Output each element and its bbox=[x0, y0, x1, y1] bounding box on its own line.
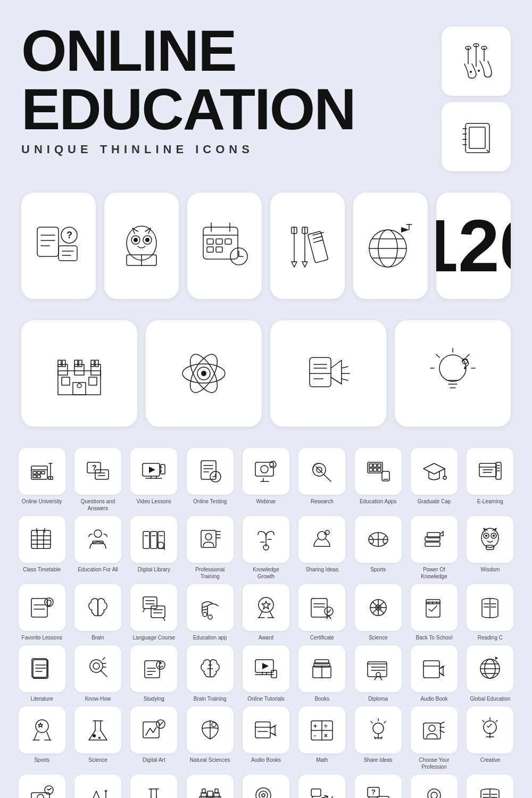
icon-box bbox=[467, 645, 513, 692]
icon-label: Share Ideas bbox=[364, 757, 393, 763]
pencils-ruler-icon bbox=[278, 217, 337, 275]
svg-point-301 bbox=[93, 734, 96, 737]
svg-rect-102 bbox=[41, 471, 45, 474]
icon-label: Education For All bbox=[78, 566, 118, 573]
icon-label: Class Timetable bbox=[23, 566, 61, 573]
icon-box bbox=[298, 645, 345, 692]
icon-box bbox=[467, 775, 513, 798]
svg-rect-144 bbox=[378, 468, 381, 471]
icon-item-chemistry: Chemistry bbox=[128, 775, 180, 798]
icon-item-class-timetable: Class Timetable bbox=[16, 516, 68, 580]
svg-point-97 bbox=[464, 367, 466, 369]
svg-rect-158 bbox=[31, 530, 51, 548]
svg-text:?: ? bbox=[371, 788, 376, 796]
icon-label: Diploma bbox=[368, 695, 388, 702]
question-doc-icon: ? bbox=[29, 217, 88, 275]
large-icon-question: ? bbox=[21, 193, 96, 299]
svg-marker-292 bbox=[495, 656, 498, 660]
icon-item-project-management: Project Management bbox=[16, 775, 68, 798]
svg-text:?: ? bbox=[66, 230, 72, 240]
svg-point-166 bbox=[94, 530, 102, 537]
svg-point-185 bbox=[325, 530, 329, 535]
icon-box: ? bbox=[355, 775, 402, 798]
icon-label: Education Apps bbox=[360, 498, 397, 505]
icon-label: Back To School bbox=[416, 634, 453, 641]
icon-item-education-app: Education app bbox=[184, 584, 236, 641]
icon-label: Award bbox=[259, 634, 273, 641]
svg-rect-69 bbox=[79, 360, 82, 367]
icon-box bbox=[130, 448, 177, 495]
header-icon-lab bbox=[442, 27, 511, 96]
icon-label: Power Of Knowledge bbox=[413, 566, 455, 580]
icon-item-learning-support: Learning Support bbox=[408, 775, 460, 798]
icon-item-questions-answers: ? Questions and Answers bbox=[72, 448, 123, 512]
count-badge: 126 bbox=[436, 193, 511, 299]
icon-item-education-apps: Education Apps bbox=[352, 448, 404, 512]
icon-label: Education app bbox=[193, 634, 227, 641]
icon-box bbox=[130, 775, 177, 798]
subtitle: UNIQUE THINLINE ICONS bbox=[21, 143, 442, 156]
svg-point-205 bbox=[45, 598, 53, 606]
svg-marker-218 bbox=[262, 601, 270, 609]
svg-rect-307 bbox=[255, 722, 270, 738]
large-icon-pencils bbox=[270, 193, 345, 299]
large-icons-section-2 bbox=[0, 310, 532, 437]
icon-box bbox=[298, 584, 345, 631]
megaphone-book-icon bbox=[299, 344, 358, 403]
icon-box bbox=[243, 448, 289, 495]
lab-icon bbox=[455, 40, 497, 82]
svg-point-199 bbox=[485, 535, 487, 537]
icon-box bbox=[187, 706, 234, 753]
icon-box bbox=[467, 448, 513, 495]
large-icon-calendar bbox=[187, 193, 262, 299]
icon-item-language-course: Language Course bbox=[128, 584, 180, 641]
count-number: 126 bbox=[436, 209, 511, 283]
icon-box bbox=[130, 645, 177, 692]
svg-point-6 bbox=[470, 71, 472, 73]
svg-rect-104 bbox=[37, 475, 40, 478]
icon-box bbox=[19, 516, 65, 563]
svg-line-256 bbox=[103, 658, 105, 660]
svg-line-329 bbox=[440, 722, 444, 724]
icon-item-reading: Reading C bbox=[464, 584, 516, 641]
svg-rect-259 bbox=[145, 661, 160, 678]
svg-rect-21 bbox=[59, 246, 77, 261]
icon-item-research: Research bbox=[296, 448, 348, 512]
icon-box: + ÷ - × bbox=[298, 706, 345, 753]
icon-label: Graduate Cap bbox=[418, 498, 451, 505]
svg-rect-67 bbox=[95, 360, 98, 367]
icon-label: Choose Your Profession bbox=[413, 757, 455, 770]
icon-label: Knowledge Growth bbox=[245, 566, 287, 580]
svg-point-281 bbox=[376, 672, 380, 677]
svg-rect-100 bbox=[33, 471, 36, 474]
large-icon-bulb bbox=[395, 320, 511, 427]
icon-item-literature-2: Literature bbox=[464, 775, 516, 798]
icon-label: Creative bbox=[480, 757, 500, 763]
icon-label: Online Testing bbox=[193, 498, 227, 505]
svg-rect-101 bbox=[37, 471, 40, 474]
svg-marker-269 bbox=[262, 663, 269, 669]
icon-label: Video Lessons bbox=[137, 498, 171, 505]
icon-label: Literature bbox=[31, 695, 53, 702]
svg-text:+: + bbox=[313, 722, 317, 730]
icon-box bbox=[467, 584, 513, 631]
icon-label: Sports bbox=[34, 757, 49, 763]
icon-label: Digital Art bbox=[143, 757, 165, 763]
svg-line-254 bbox=[101, 670, 107, 677]
title-online: ONLINE bbox=[21, 21, 442, 80]
svg-line-294 bbox=[34, 732, 37, 740]
page-wrapper: ONLINE EDUCATION UNIQUE THINLINE ICONS bbox=[0, 0, 532, 798]
svg-marker-298 bbox=[38, 723, 43, 727]
svg-rect-64 bbox=[58, 360, 61, 367]
svg-rect-63 bbox=[91, 364, 101, 375]
svg-rect-283 bbox=[423, 661, 439, 678]
icon-box bbox=[74, 516, 121, 563]
svg-point-129 bbox=[261, 466, 268, 473]
icon-item-back-to-school: Back To School bbox=[408, 584, 460, 641]
svg-point-196 bbox=[481, 528, 498, 547]
svg-point-177 bbox=[205, 534, 212, 540]
icon-box bbox=[243, 706, 289, 753]
svg-point-213 bbox=[203, 612, 207, 617]
svg-rect-15 bbox=[37, 227, 59, 256]
icon-box bbox=[187, 775, 234, 798]
